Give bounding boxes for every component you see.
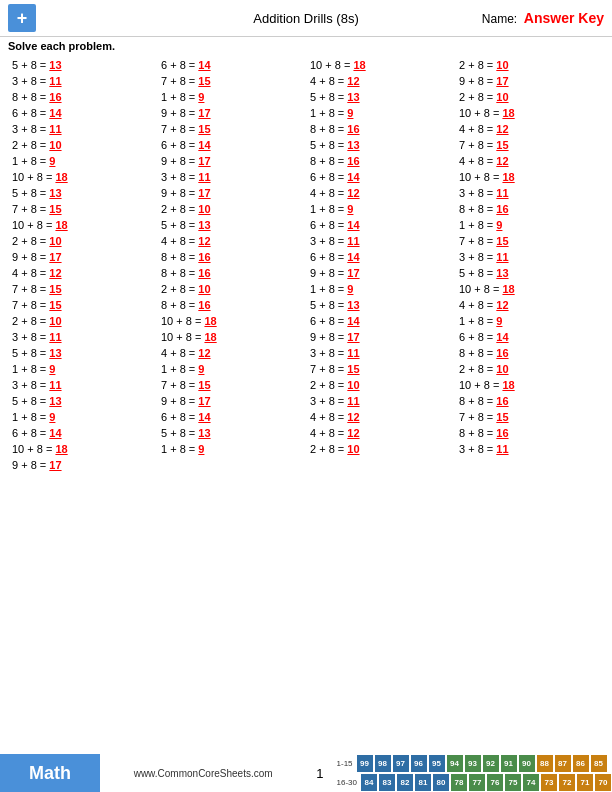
score-cell: 76	[486, 773, 504, 792]
problem-item: 9 + 8 = 17	[157, 105, 306, 121]
problem-item: 10 + 8 = 18	[455, 105, 604, 121]
page-wrapper: + Addition Drills (8s) Name: Answer Key …	[0, 0, 612, 475]
problem-item: 8 + 8 = 16	[455, 393, 604, 409]
problem-item: 1 + 8 = 9	[157, 361, 306, 377]
problem-item: 10 + 8 = 18	[8, 217, 157, 233]
score-range-label: 16-30	[334, 778, 360, 787]
logo-symbol: +	[17, 8, 28, 29]
problem-item: 6 + 8 = 14	[306, 313, 455, 329]
score-range-label: 1-15	[334, 759, 356, 768]
problem-item: 4 + 8 = 12	[306, 409, 455, 425]
problem-item: 6 + 8 = 14	[306, 249, 455, 265]
problem-item: 5 + 8 = 13	[306, 137, 455, 153]
problem-item: 7 + 8 = 15	[157, 377, 306, 393]
problem-item: 7 + 8 = 15	[8, 297, 157, 313]
problem-item: 9 + 8 = 17	[455, 73, 604, 89]
problem-item: 4 + 8 = 12	[455, 153, 604, 169]
problem-item: 9 + 8 = 17	[8, 457, 157, 473]
problem-item: 8 + 8 = 16	[8, 89, 157, 105]
score-cell: 96	[410, 754, 428, 773]
score-cell: 70	[594, 773, 612, 792]
answer-key-label: Answer Key	[524, 10, 604, 26]
score-cell: 77	[468, 773, 486, 792]
problem-item: 1 + 8 = 9	[157, 89, 306, 105]
problem-item: 1 + 8 = 9	[8, 361, 157, 377]
logo: +	[8, 4, 36, 32]
score-cell: 71	[576, 773, 594, 792]
problem-item: 4 + 8 = 12	[157, 345, 306, 361]
problem-item: 10 + 8 = 18	[455, 169, 604, 185]
problem-item: 10 + 8 = 18	[157, 313, 306, 329]
problem-item: 5 + 8 = 13	[157, 217, 306, 233]
problem-item: 1 + 8 = 9	[8, 153, 157, 169]
footer-math-label: Math	[0, 754, 100, 792]
problem-item: 7 + 8 = 15	[306, 361, 455, 377]
problem-item: 8 + 8 = 16	[157, 249, 306, 265]
problem-item: 2 + 8 = 10	[8, 313, 157, 329]
problem-item: 8 + 8 = 16	[306, 121, 455, 137]
score-cell: 86	[572, 754, 590, 773]
problem-item: 1 + 8 = 9	[157, 441, 306, 457]
problem-item: 6 + 8 = 14	[8, 425, 157, 441]
score-cell: 83	[378, 773, 396, 792]
problem-item: 4 + 8 = 12	[8, 265, 157, 281]
problem-item: 9 + 8 = 17	[157, 185, 306, 201]
problem-item: 1 + 8 = 9	[455, 217, 604, 233]
score-cell: 75	[504, 773, 522, 792]
problem-item: 3 + 8 = 11	[157, 169, 306, 185]
problem-item: 6 + 8 = 14	[306, 217, 455, 233]
problem-item: 5 + 8 = 13	[455, 265, 604, 281]
score-cell: 84	[360, 773, 378, 792]
problem-item: 3 + 8 = 11	[306, 233, 455, 249]
problem-item: 2 + 8 = 10	[157, 281, 306, 297]
problem-item: 5 + 8 = 13	[306, 89, 455, 105]
header: + Addition Drills (8s) Name: Answer Key	[0, 0, 612, 37]
header-title: Addition Drills (8s)	[253, 11, 358, 26]
score-cell: 72	[558, 773, 576, 792]
footer: Math www.CommonCoreSheets.com 1 1-159998…	[0, 754, 612, 792]
problem-item: 3 + 8 = 11	[306, 393, 455, 409]
problem-item: 4 + 8 = 12	[306, 73, 455, 89]
problem-item: 5 + 8 = 13	[306, 297, 455, 313]
score-cell: 73	[540, 773, 558, 792]
instruction: Solve each problem.	[0, 37, 612, 55]
score-cell: 78	[450, 773, 468, 792]
score-cell: 85	[590, 754, 608, 773]
problem-item: 10 + 8 = 18	[455, 377, 604, 393]
problem-item: 8 + 8 = 16	[455, 201, 604, 217]
score-cell: 94	[446, 754, 464, 773]
problem-item: 7 + 8 = 15	[455, 409, 604, 425]
problem-item: 9 + 8 = 17	[306, 329, 455, 345]
problem-item: 3 + 8 = 11	[8, 121, 157, 137]
problem-item: 8 + 8 = 16	[455, 425, 604, 441]
problem-item: 4 + 8 = 12	[455, 121, 604, 137]
problem-item: 1 + 8 = 9	[455, 313, 604, 329]
problem-item: 10 + 8 = 18	[8, 441, 157, 457]
problem-item: 3 + 8 = 11	[8, 329, 157, 345]
problem-item: 9 + 8 = 17	[157, 153, 306, 169]
problem-item: 2 + 8 = 10	[8, 137, 157, 153]
problem-item: 6 + 8 = 14	[306, 169, 455, 185]
problem-item: 7 + 8 = 15	[455, 233, 604, 249]
problem-item: 4 + 8 = 12	[157, 233, 306, 249]
problem-item: 3 + 8 = 11	[455, 249, 604, 265]
problem-item: 5 + 8 = 13	[157, 425, 306, 441]
problems-container: 5 + 8 = 136 + 8 = 1410 + 8 = 182 + 8 = 1…	[0, 55, 612, 475]
problem-item: 1 + 8 = 9	[306, 105, 455, 121]
footer-url: www.CommonCoreSheets.com	[100, 754, 306, 792]
score-cell: 99	[356, 754, 374, 773]
problem-item: 6 + 8 = 14	[157, 57, 306, 73]
score-cell: 97	[392, 754, 410, 773]
score-cell: 88	[536, 754, 554, 773]
footer-scores: 1-15999897969594939291908887868516-30848…	[334, 754, 612, 792]
header-name-area: Name: Answer Key	[482, 10, 604, 26]
footer-page: 1	[306, 754, 333, 792]
problem-item: 5 + 8 = 13	[8, 185, 157, 201]
score-row: 1-159998979695949392919088878685	[334, 754, 612, 773]
problem-item: 7 + 8 = 15	[157, 121, 306, 137]
problem-item: 3 + 8 = 11	[8, 73, 157, 89]
problem-item: 10 + 8 = 18	[455, 281, 604, 297]
problem-item: 7 + 8 = 15	[157, 73, 306, 89]
problem-item: 2 + 8 = 10	[455, 361, 604, 377]
problem-item: 6 + 8 = 14	[8, 105, 157, 121]
